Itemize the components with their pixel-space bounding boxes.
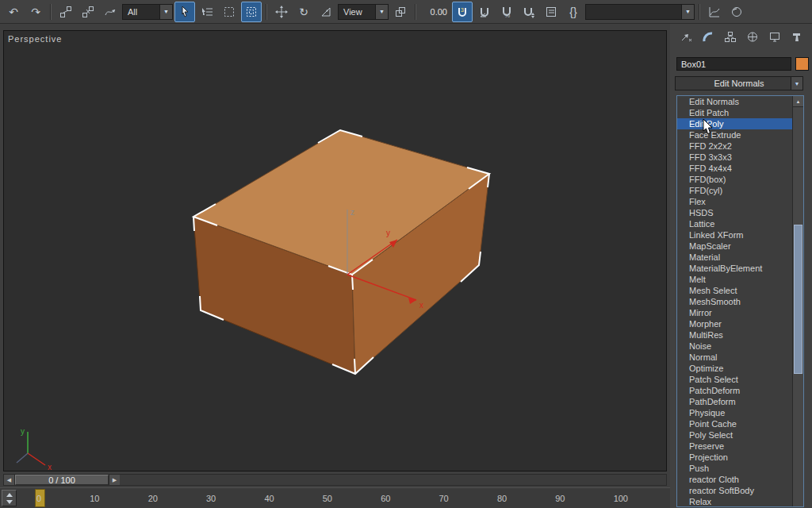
modifier-list-item[interactable]: Optimize (677, 363, 793, 374)
modifier-list-item[interactable]: PathDeform (677, 396, 793, 407)
modifier-list-item[interactable]: Edit Poly (677, 118, 793, 129)
track-bar[interactable]: 0102030405060708090100 (0, 487, 670, 508)
magnet-3d-snap-icon: 3 (456, 6, 469, 18)
modifier-list-item[interactable]: FFD(box) (677, 174, 793, 185)
modifier-list-item[interactable]: Relax (677, 496, 793, 506)
edit-named-selection-sets-button[interactable] (541, 2, 561, 22)
tab-display[interactable] (765, 29, 783, 44)
unlink-selection-button[interactable] (78, 2, 98, 22)
modifier-list-item[interactable]: FFD(cyl) (677, 185, 793, 196)
rotate-icon: ↻ (299, 6, 308, 17)
material-editor-button[interactable] (726, 2, 747, 22)
modifier-list-item[interactable]: MaterialByElement (677, 263, 793, 274)
open-mini-curve-editor-button[interactable] (2, 490, 17, 506)
tab-motion[interactable] (743, 29, 761, 44)
modifier-list-item[interactable]: reactor SoftBody (677, 485, 793, 496)
modifier-list-item[interactable]: Preserve (677, 441, 793, 452)
modifier-list-item[interactable]: Mesh Select (677, 285, 793, 296)
bind-to-space-warp-button[interactable] (100, 2, 121, 22)
graph-editors-button[interactable] (704, 2, 725, 22)
trackbar-tick-label: 40 (264, 494, 274, 503)
redo-button[interactable]: ↷ (25, 2, 46, 22)
modifier-list-item[interactable]: MultiRes (677, 329, 793, 341)
modify-tab-icon (702, 31, 714, 43)
angle-snap-toggle-button[interactable] (474, 2, 495, 22)
scroll-up-button[interactable]: ▲ (793, 96, 803, 107)
rectangular-selection-region-button[interactable] (219, 2, 239, 22)
toolbar-separator (415, 4, 416, 20)
modifier-list-item[interactable]: HSDS (677, 207, 793, 218)
percent-snap-icon: % (500, 6, 513, 18)
modifier-list-item[interactable]: Physique (677, 407, 793, 418)
previous-frame-button[interactable]: ◀ (4, 475, 15, 485)
select-and-scale-button[interactable] (316, 2, 336, 22)
modifier-list-item[interactable]: Melt (677, 274, 793, 285)
modifier-list-item[interactable]: Face Extrude (677, 129, 793, 140)
modifier-list-item[interactable]: MeshSmooth (677, 296, 793, 307)
undo-button[interactable]: ↶ (3, 2, 24, 22)
next-frame-button[interactable]: ▶ (109, 475, 120, 485)
select-and-move-button[interactable] (271, 2, 292, 22)
modifier-list-item[interactable]: Push (677, 463, 793, 474)
chevron-down-icon[interactable]: ▼ (159, 5, 172, 19)
trackbar-ruler: 0102030405060708090100 (36, 488, 628, 508)
chevron-down-icon[interactable]: ▼ (791, 76, 803, 90)
modifier-list-item[interactable]: FFD 4x4x4 (677, 163, 793, 174)
modifier-list-dropdown[interactable]: Edit Normals ▼ (675, 76, 803, 90)
tab-utilities[interactable] (787, 29, 806, 44)
modifier-list-item[interactable]: Point Cache (677, 418, 793, 429)
modifier-list-item[interactable]: Linked XForm (677, 229, 793, 241)
select-and-link-button[interactable] (56, 2, 76, 22)
viewport-canvas[interactable]: z y x y x (4, 31, 666, 471)
select-and-rotate-button[interactable]: ↻ (293, 2, 314, 22)
modifier-list-item[interactable]: Flex (677, 196, 793, 207)
modifier-list-item[interactable]: MapScaler (677, 241, 793, 252)
tab-modify[interactable] (699, 29, 717, 44)
select-by-name-button[interactable] (197, 2, 217, 22)
modifier-list-item[interactable]: Morpher (677, 318, 793, 329)
modifier-list-item[interactable]: FFD 2x2x2 (677, 140, 793, 152)
modifier-list-item[interactable]: Normal (677, 352, 793, 363)
viewport-label[interactable]: Perspective (8, 34, 62, 44)
time-slider[interactable]: ◀ 0 / 100 ▶ (3, 474, 667, 486)
percent-snap-toggle-button[interactable]: % (496, 2, 517, 22)
select-object-button[interactable] (174, 2, 195, 22)
object-name-field[interactable]: Box01 (676, 57, 791, 71)
selection-filter-dropdown[interactable]: All ▼ (122, 4, 173, 20)
modifier-list-item[interactable]: Noise (677, 341, 793, 352)
modifier-list-item[interactable]: Edit Normals (677, 96, 793, 107)
pivot-center-icon (394, 6, 407, 18)
viewport-perspective[interactable]: Perspective z y x (3, 30, 667, 471)
tab-hierarchy[interactable] (721, 29, 739, 44)
scrollbar-thumb[interactable] (794, 225, 802, 374)
use-pivot-point-center-button[interactable] (390, 2, 411, 22)
modifier-list-item[interactable]: FFD 3x3x3 (677, 152, 793, 163)
reference-coordinate-system-dropdown[interactable]: View ▼ (338, 4, 389, 20)
named-sets-braces-button[interactable]: {} (563, 2, 584, 22)
modifier-list-item[interactable]: Poly Select (677, 429, 793, 441)
modifier-list-item[interactable]: Mirror (677, 307, 793, 318)
mouse-cursor (703, 119, 714, 135)
snap-value-display[interactable]: 0.00 (420, 7, 450, 17)
time-slider-handle[interactable]: 0 / 100 (15, 475, 109, 485)
window-crossing-toggle-button[interactable] (241, 2, 262, 22)
modifier-list-item[interactable]: Material (677, 252, 793, 263)
tab-create[interactable] (676, 29, 695, 44)
time-slider-groove[interactable] (120, 475, 666, 485)
modifier-list-item[interactable]: PatchDeform (677, 385, 793, 396)
select-by-name-icon (201, 6, 213, 18)
modifier-list-scrollbar[interactable]: ▲ (792, 96, 803, 506)
named-selection-sets-dropdown[interactable]: ▼ (585, 4, 695, 20)
box-object[interactable] (193, 130, 489, 374)
modifier-list-item[interactable]: Edit Patch (677, 107, 793, 118)
modifier-list-item[interactable]: Projection (677, 452, 793, 463)
modifier-list-item[interactable]: Lattice (677, 218, 793, 229)
trackbar-tick-label: 70 (439, 494, 449, 503)
chevron-down-icon[interactable]: ▼ (681, 5, 694, 19)
modifier-list-item[interactable]: reactor Cloth (677, 474, 793, 485)
chevron-down-icon[interactable]: ▼ (375, 5, 388, 19)
spinner-snap-toggle-button[interactable] (519, 2, 539, 22)
object-color-swatch[interactable] (795, 57, 809, 71)
modifier-list-item[interactable]: Patch Select (677, 374, 793, 385)
snaps-toggle-button[interactable]: 3 (452, 2, 473, 22)
